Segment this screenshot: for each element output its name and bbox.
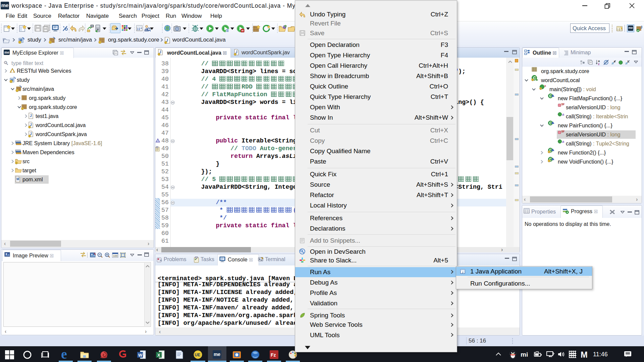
svg-text:J: J bbox=[640, 25, 642, 29]
svg-text:!: ! bbox=[16, 162, 17, 164]
svg-text:me: me bbox=[4, 51, 9, 54]
svg-text:!: ! bbox=[29, 126, 30, 128]
svg-text:!: ! bbox=[549, 151, 549, 153]
svg-text:Fz: Fz bbox=[271, 352, 276, 358]
svg-text:M: M bbox=[16, 177, 19, 181]
svg-text:!: ! bbox=[22, 107, 23, 110]
svg-text:!: ! bbox=[532, 79, 533, 81]
svg-text:!: ! bbox=[159, 53, 159, 56]
svg-text:!: ! bbox=[549, 160, 549, 162]
svg-text:J: J bbox=[462, 271, 463, 274]
svg-text:J: J bbox=[30, 114, 32, 118]
svg-text:!: ! bbox=[19, 41, 20, 44]
svg-text:F: F bbox=[563, 130, 565, 133]
svg-text:C: C bbox=[549, 94, 552, 98]
svg-text:L: L bbox=[628, 60, 630, 63]
svg-text:s: s bbox=[614, 60, 615, 63]
svg-text:!: ! bbox=[540, 87, 541, 90]
svg-text:100: 100 bbox=[113, 254, 118, 257]
svg-text:!: ! bbox=[165, 41, 166, 44]
svg-text:!: ! bbox=[50, 41, 51, 44]
svg-text:W: W bbox=[138, 353, 143, 358]
svg-text:s: s bbox=[544, 84, 546, 87]
svg-text:!: ! bbox=[29, 135, 30, 137]
svg-text:z: z bbox=[598, 62, 600, 65]
svg-text:F: F bbox=[563, 103, 565, 106]
svg-text:UE: UE bbox=[195, 353, 201, 357]
svg-text:!: ! bbox=[16, 89, 17, 92]
svg-text:X: X bbox=[157, 353, 160, 358]
svg-text:!: ! bbox=[99, 41, 100, 44]
svg-text:!: ! bbox=[235, 53, 235, 56]
svg-text:!: ! bbox=[10, 80, 11, 83]
svg-text:C: C bbox=[549, 121, 552, 125]
